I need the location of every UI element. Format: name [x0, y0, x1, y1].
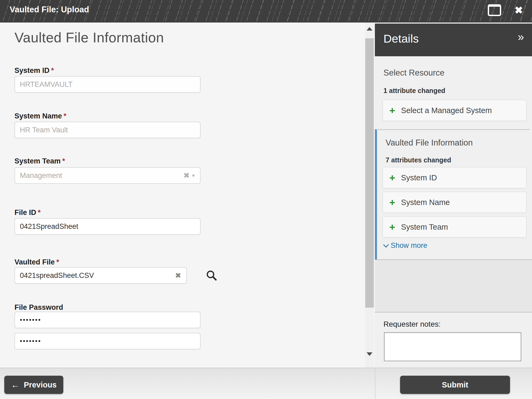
required-asterisk: *: [56, 258, 59, 266]
file-id-group: File ID*: [14, 208, 41, 217]
vaulted-file-label: Vaulted File*: [14, 258, 59, 266]
system-name-group: System Name*: [14, 112, 66, 120]
attribute-label: System Name: [401, 198, 450, 207]
clear-icon: ✖: [183, 171, 190, 180]
system-id-group: System ID*: [14, 66, 54, 75]
details-panel-header: Details »: [375, 24, 532, 56]
panel-spacer: [375, 259, 532, 312]
vaulted-file-info-heading: Vaulted File Information: [386, 138, 473, 148]
page-title: Vaulted File Information: [14, 29, 164, 46]
system-name-label: System Name*: [14, 112, 66, 120]
details-title: Details: [383, 32, 419, 45]
required-asterisk: *: [51, 66, 54, 74]
vaulted-file-upload-window: Vaulted File: Upload ✖ Vaulted File Info…: [0, 0, 532, 399]
system-team-value: Management: [20, 171, 62, 180]
file-id-label: File ID*: [14, 208, 41, 217]
system-name-field: [14, 122, 201, 138]
file-password-group: File Password: [14, 303, 63, 312]
attribute-label: System ID: [401, 173, 437, 182]
collapse-panel-button[interactable]: »: [518, 31, 524, 43]
clear-icon: ✖: [175, 271, 181, 279]
titlebar: Vaulted File: Upload ✖: [0, 0, 532, 23]
system-team-group: System Team*: [14, 157, 65, 165]
system-id-field: [14, 76, 201, 93]
details-panel: Details » Select Resource 1 attribute ch…: [375, 23, 532, 368]
scroll-down-icon: [367, 352, 372, 356]
select-resource-changed-count: 1 attribute changed: [383, 87, 445, 95]
plus-icon: +: [389, 222, 395, 232]
show-more-link[interactable]: Show more: [384, 241, 427, 250]
attribute-label: System Team: [401, 223, 448, 232]
browse-vaulted-file-button[interactable]: [205, 269, 218, 282]
vaulted-file-info-section: Vaulted File Information 7 attributes ch…: [375, 129, 530, 259]
show-more-label: Show more: [391, 241, 427, 250]
system-team-label: System Team*: [14, 157, 65, 165]
search-icon: [205, 269, 218, 282]
scrollbar-up-button[interactable]: [365, 23, 374, 35]
submit-button-label: Submit: [442, 381, 468, 389]
close-icon: ✖: [515, 5, 523, 15]
file-id-field[interactable]: [14, 218, 201, 235]
scrollbar-thumb[interactable]: [365, 38, 374, 308]
attribute-card-system-team[interactable]: + System Team: [382, 216, 527, 238]
scrollbar-down-button[interactable]: [365, 348, 374, 360]
maximize-icon: [488, 4, 501, 16]
requester-notes-input[interactable]: [384, 332, 521, 361]
requester-notes-label: Requester notes:: [383, 320, 441, 329]
vaulted-file-group: Vaulted File*: [14, 258, 59, 266]
maximize-button[interactable]: [488, 4, 501, 16]
plus-icon: +: [389, 197, 395, 207]
system-id-label: System ID*: [14, 66, 54, 75]
close-button[interactable]: ✖: [515, 5, 523, 15]
window-controls: ✖: [488, 4, 523, 16]
required-asterisk: *: [38, 208, 41, 217]
submit-button[interactable]: Submit: [400, 376, 510, 394]
required-asterisk: *: [62, 157, 65, 165]
footer-divider: [375, 368, 375, 399]
attribute-card-system-name[interactable]: + System Name: [382, 192, 527, 213]
clear-vaulted-file-button[interactable]: ✖: [175, 271, 181, 280]
vaulted-file-row: ✖: [14, 267, 187, 284]
file-password-confirm-field[interactable]: [14, 333, 201, 349]
plus-icon: +: [389, 173, 395, 183]
file-password-field[interactable]: [14, 312, 201, 328]
select-managed-system-label: Select a Managed System: [401, 106, 492, 115]
plus-icon: +: [389, 106, 395, 115]
file-password-label: File Password: [14, 303, 63, 312]
vaulted-file-info-changed-count: 7 attributes changed: [386, 156, 451, 164]
dropdown-caret-icon: ▾: [192, 172, 195, 179]
required-asterisk: *: [64, 112, 66, 120]
attribute-card-system-id[interactable]: + System ID: [382, 167, 527, 188]
arrow-left-icon: ←: [11, 381, 20, 389]
system-team-select: Management ✖ ▾: [14, 167, 201, 184]
scroll-up-icon: [367, 27, 372, 31]
chevron-down-icon: [383, 242, 389, 248]
select-resource-heading: Select Resource: [383, 68, 444, 78]
select-managed-system-card[interactable]: + Select a Managed System: [382, 100, 527, 121]
main-form-area: Vaulted File Information System ID* Syst…: [0, 23, 365, 368]
footer-bar: ← Previous Submit: [0, 368, 532, 399]
window-title: Vaulted File: Upload: [10, 5, 89, 14]
previous-button-label: Previous: [24, 381, 57, 389]
chevron-right-double-icon: »: [518, 31, 524, 43]
vaulted-file-field[interactable]: [14, 267, 187, 284]
previous-button[interactable]: ← Previous: [4, 376, 63, 394]
vertical-scrollbar[interactable]: [365, 23, 374, 368]
